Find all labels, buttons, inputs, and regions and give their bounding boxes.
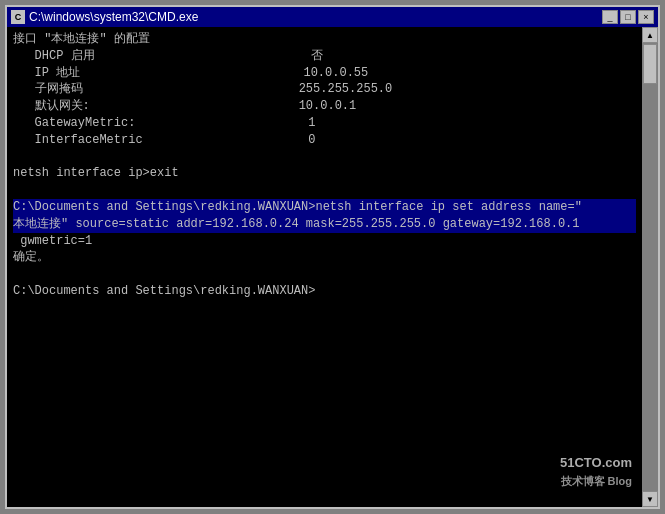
terminal-line: InterfaceMetric 0 xyxy=(13,133,315,147)
title-bar-left: C C:\windows\system32\CMD.exe xyxy=(11,10,198,24)
terminal-line: IP 地址 10.0.0.55 xyxy=(13,66,368,80)
watermark-line1: 51CTO.com xyxy=(560,453,632,473)
title-buttons: _ □ × xyxy=(602,10,654,24)
terminal-line: GatewayMetric: 1 xyxy=(13,116,315,130)
minimize-button[interactable]: _ xyxy=(602,10,618,24)
watermark-line2: 技术博客 Blog xyxy=(560,473,632,490)
scroll-down-button[interactable]: ▼ xyxy=(642,491,658,507)
maximize-button[interactable]: □ xyxy=(620,10,636,24)
window-title: C:\windows\system32\CMD.exe xyxy=(29,10,198,24)
terminal-line: C:\Documents and Settings\redking.WANXUA… xyxy=(13,199,636,216)
scrollbar[interactable]: ▲ ▼ xyxy=(642,27,658,507)
window-icon: C xyxy=(11,10,25,24)
title-bar: C C:\windows\system32\CMD.exe _ □ × xyxy=(7,7,658,27)
close-button[interactable]: × xyxy=(638,10,654,24)
watermark: 51CTO.com 技术博客 Blog xyxy=(560,453,632,489)
terminal-line: netsh interface ip>exit xyxy=(13,166,179,180)
cmd-window: C C:\windows\system32\CMD.exe _ □ × 接口 "… xyxy=(5,5,660,509)
terminal-line: DHCP 启用 否 xyxy=(13,49,323,63)
terminal-line: 确定。 xyxy=(13,250,49,264)
content-area: 接口 "本地连接" 的配置 DHCP 启用 否 IP 地址 10.0.0.55 … xyxy=(7,27,658,507)
scroll-up-button[interactable]: ▲ xyxy=(642,27,658,43)
scroll-thumb[interactable] xyxy=(643,44,657,84)
terminal-output[interactable]: 接口 "本地连接" 的配置 DHCP 启用 否 IP 地址 10.0.0.55 … xyxy=(7,27,642,507)
terminal-line: 接口 "本地连接" 的配置 xyxy=(13,32,150,46)
terminal-line: gwmetric=1 xyxy=(13,234,92,248)
scroll-track xyxy=(642,43,658,491)
terminal-line: 子网掩码 255.255.255.0 xyxy=(13,82,392,96)
terminal-line: C:\Documents and Settings\redking.WANXUA… xyxy=(13,284,315,298)
terminal-line: 默认网关: 10.0.0.1 xyxy=(13,99,356,113)
terminal-line: 本地连接" source=static addr=192.168.0.24 ma… xyxy=(13,216,636,233)
